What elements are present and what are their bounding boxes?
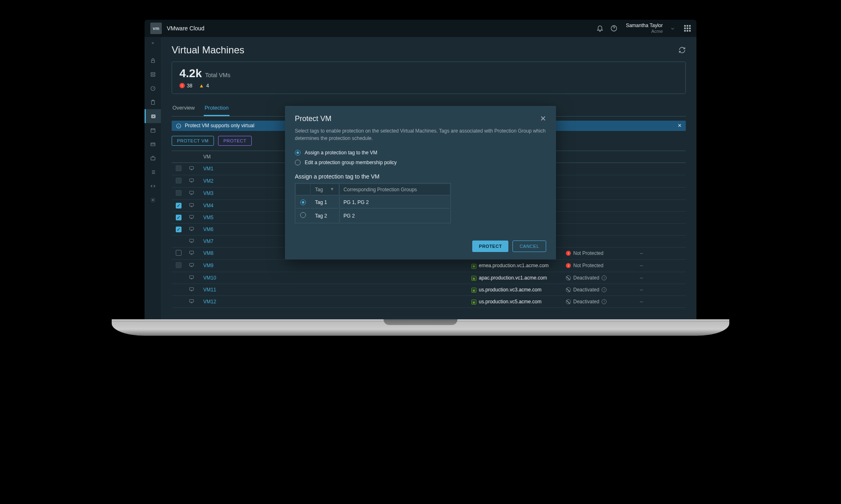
svg-rect-10 — [151, 143, 155, 146]
app-title: VMware Cloud — [167, 25, 205, 32]
vm-name-link[interactable]: VM4 — [203, 203, 214, 208]
modal-cancel-button[interactable]: CANCEL — [512, 241, 546, 252]
vm-name-link[interactable]: VM2 — [203, 178, 214, 184]
vm-name-link[interactable]: VM8 — [203, 250, 214, 256]
sidebar-item-lock[interactable] — [145, 53, 161, 67]
tag-row[interactable]: Tag 1PG 1, PG 2 — [296, 196, 450, 208]
sidebar-item-briefcase[interactable] — [145, 151, 161, 165]
vm-name-link[interactable]: VM9 — [203, 263, 214, 268]
user-name: Samantha Taylor — [626, 23, 663, 28]
info-icon[interactable]: i — [602, 287, 607, 292]
tab-protection[interactable]: Protection — [204, 101, 230, 116]
sidebar-item-code[interactable] — [145, 179, 161, 193]
vm-name-link[interactable]: VM12 — [203, 299, 216, 305]
vm-icon — [189, 178, 194, 183]
vm-icon — [189, 214, 194, 220]
col-tag-label: Tag — [315, 187, 323, 192]
extra-cell: -- — [640, 299, 643, 305]
error-icon: ! — [566, 251, 571, 256]
sidebar-nav: » — [145, 37, 161, 319]
info-icon[interactable]: i — [602, 299, 607, 304]
help-icon[interactable] — [609, 24, 618, 33]
option-edit-policy[interactable]: Edit a protection group membership polic… — [295, 158, 546, 167]
summary-card: 4.2k Total VMs ! 38 ▲ 4 — [172, 62, 686, 94]
radio-icon — [295, 150, 301, 156]
sidebar-item-list[interactable] — [145, 165, 161, 179]
vm-name-link[interactable]: VM6 — [203, 227, 214, 232]
notifications-icon[interactable] — [595, 24, 604, 33]
sidebar-item-server[interactable] — [145, 67, 161, 81]
tag-row[interactable]: Tag 2PG 2 — [296, 209, 450, 222]
modal-close-icon[interactable]: ✕ — [540, 114, 546, 123]
vm-name-link[interactable]: VM5 — [203, 215, 214, 220]
total-vm-count: 4.2k — [179, 67, 202, 80]
status-badge: Deactivated i — [566, 275, 633, 281]
extra-cell: -- — [640, 263, 643, 268]
server-name: emea.production.vc1.acme.com — [479, 263, 549, 268]
svg-rect-14 — [190, 167, 194, 170]
option-assign-tag[interactable]: Assign a protection tag to the VM — [295, 148, 546, 158]
radio-icon[interactable] — [300, 199, 306, 205]
apps-grid-icon[interactable] — [684, 25, 691, 32]
row-checkbox — [176, 165, 182, 171]
sidebar-expand-icon[interactable]: » — [152, 40, 154, 45]
status-badge: Deactivated i — [566, 287, 633, 293]
chevron-down-icon[interactable] — [670, 25, 675, 32]
status-badge: !Not Protected — [566, 263, 633, 268]
radio-icon[interactable] — [300, 212, 306, 218]
table-row: VM12▣us.production.vc5.acme.comDeactivat… — [172, 296, 686, 307]
vm-name-link[interactable]: VM1 — [203, 166, 214, 172]
table-row: VM9▣emea.production.vc1.acme.com!Not Pro… — [172, 259, 686, 272]
sidebar-item-dashboard[interactable] — [145, 81, 161, 95]
info-icon[interactable]: i — [602, 275, 607, 280]
modal-subtitle: Assign a protection tag to the VM — [295, 173, 546, 180]
sidebar-item-card[interactable] — [145, 137, 161, 151]
warning-count: 4 — [206, 83, 209, 89]
vm-name-link[interactable]: VM11 — [203, 287, 216, 293]
info-banner-close-icon[interactable]: ✕ — [678, 123, 682, 128]
user-menu[interactable]: Samantha Taylor Acme — [626, 23, 663, 34]
col-groups[interactable]: Corresponding Protection Groups — [339, 184, 450, 195]
vm-name-link[interactable]: VM7 — [203, 238, 214, 244]
sidebar-item-protect[interactable] — [145, 109, 161, 123]
sidebar-item-settings[interactable] — [145, 193, 161, 207]
error-icon: ! — [566, 263, 571, 268]
server-icon: ▣ — [471, 300, 476, 305]
svg-rect-3 — [151, 75, 155, 76]
protect-secondary-button[interactable]: PROTECT — [218, 136, 252, 146]
row-checkbox[interactable]: ✓ — [176, 227, 182, 232]
table-row: VM10▣apac.production.vc1.acme.comDeactiv… — [172, 272, 686, 284]
vm-icon — [189, 250, 194, 255]
warning-icon: ▲ — [199, 82, 204, 89]
tag-name: Tag 2 — [311, 209, 338, 222]
svg-rect-25 — [190, 300, 194, 302]
svg-rect-18 — [190, 215, 194, 218]
stat-errors: ! 38 — [179, 83, 192, 89]
settings-icon — [150, 197, 156, 203]
user-org: Acme — [651, 29, 663, 34]
modal-protect-button[interactable]: PROTECT — [472, 241, 508, 252]
stat-warnings: ▲ 4 — [199, 82, 209, 89]
code-icon — [150, 183, 156, 189]
filter-icon[interactable]: ▼ — [330, 187, 334, 191]
col-tag[interactable]: Tag ▼ — [311, 184, 338, 195]
refresh-icon[interactable] — [678, 46, 686, 54]
vm-name-link[interactable]: VM10 — [203, 275, 216, 281]
svg-rect-1 — [151, 60, 154, 63]
option-edit-label: Edit a protection group membership polic… — [305, 160, 397, 165]
sidebar-item-clipboard[interactable] — [145, 95, 161, 109]
row-checkbox[interactable]: ✓ — [176, 203, 182, 208]
vm-icon — [189, 238, 194, 243]
sidebar-item-calendar[interactable] — [145, 123, 161, 137]
svg-rect-21 — [190, 251, 194, 254]
row-checkbox[interactable]: ✓ — [176, 215, 182, 220]
tab-overview[interactable]: Overview — [172, 101, 195, 116]
server-icon: ▣ — [471, 288, 476, 293]
row-checkbox[interactable] — [176, 250, 182, 256]
svg-rect-11 — [151, 157, 155, 160]
protect-vm-button[interactable]: PROTECT VM — [172, 136, 214, 146]
briefcase-icon — [150, 155, 156, 161]
vm-name-link[interactable]: VM3 — [203, 190, 214, 196]
vm-icon — [189, 275, 194, 280]
svg-rect-23 — [190, 276, 194, 279]
